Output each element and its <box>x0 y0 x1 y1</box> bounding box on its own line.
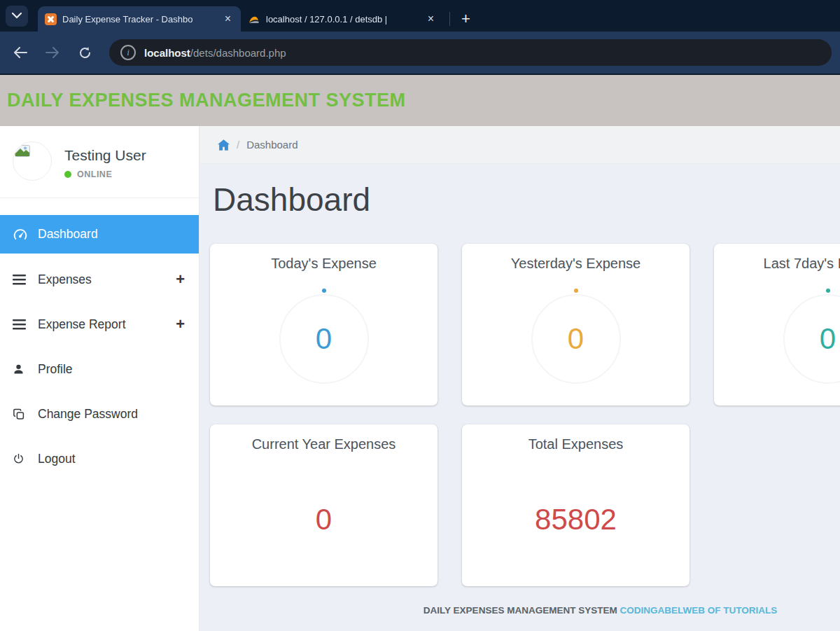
url-host: localhost <box>144 47 190 59</box>
breadcrumb-current: Dashboard <box>246 139 298 151</box>
card-value: 0 <box>462 322 690 356</box>
tab-search-button[interactable] <box>6 6 28 27</box>
main-content: / Dashboard Dashboard Today's Expense 0 … <box>200 126 840 631</box>
back-arrow-icon <box>13 47 27 58</box>
footer-link[interactable]: CODINGABELWEB OF TUTORIALS <box>620 605 777 616</box>
copy-icon <box>13 408 31 421</box>
card-yesterdays-expense: Yesterday's Expense 0 <box>462 244 690 405</box>
card-title: Last 7day's Expense <box>714 244 840 272</box>
tab-close-icon[interactable]: × <box>222 13 234 25</box>
user-status: ONLINE <box>64 169 146 179</box>
forward-arrow-icon <box>46 47 59 58</box>
app-title: DAILY EXPENSES MANAGEMENT SYSTEM <box>7 90 406 111</box>
user-name: Testing User <box>64 147 146 164</box>
sidebar-item-label: Logout <box>38 452 185 466</box>
sidebar-item-profile[interactable]: Profile <box>0 353 199 385</box>
gauge-dot-icon <box>322 289 326 293</box>
user-icon <box>13 363 31 375</box>
card-last-7days-expense: Last 7day's Expense 0 <box>714 244 840 405</box>
sidebar-item-change-password[interactable]: Change Password <box>0 398 199 430</box>
xampp-favicon-icon <box>45 13 57 25</box>
avatar <box>13 141 52 181</box>
user-panel: Testing User ONLINE <box>0 126 199 198</box>
new-tab-button[interactable]: + <box>456 10 476 28</box>
url-bar[interactable]: i localhost/dets/dashboard.php <box>109 39 832 66</box>
back-button[interactable] <box>8 41 32 64</box>
sidebar-item-expense-report[interactable]: Expense Report + <box>0 308 199 340</box>
chevron-down-icon <box>12 13 22 19</box>
expand-plus-icon[interactable]: + <box>176 270 185 289</box>
broken-image-icon <box>15 145 30 157</box>
cards-row-2: Current Year Expenses 0 Total Expenses 8… <box>210 424 840 586</box>
card-title: Current Year Expenses <box>210 424 438 452</box>
sidebar: Testing User ONLINE Dashboard Expenses <box>0 126 200 631</box>
page-footer: DAILY EXPENSES MANAGEMENT SYSTEM CODINGA… <box>210 605 840 616</box>
tab-divider <box>449 12 450 26</box>
card-total-expenses: Total Expenses 85802 <box>462 424 690 586</box>
expand-plus-icon[interactable]: + <box>176 315 185 333</box>
online-dot-icon <box>64 171 71 178</box>
browser-tab-dashboard[interactable]: Daily Expense Tracker - Dashbo × <box>38 6 241 32</box>
url-text: localhost/dets/dashboard.php <box>144 47 286 59</box>
browser-tab-bar: Daily Expense Tracker - Dashbo × localho… <box>0 0 840 32</box>
gauge-dot-icon <box>574 289 578 293</box>
home-icon[interactable] <box>218 139 230 151</box>
card-current-year-expenses: Current Year Expenses 0 <box>210 424 438 586</box>
site-info-icon[interactable]: i <box>120 45 136 60</box>
sidebar-item-label: Dashboard <box>38 227 185 242</box>
footer-text: DAILY EXPENSES MANAGEMENT SYSTEM <box>424 605 620 616</box>
app-header: DAILY EXPENSES MANAGEMENT SYSTEM <box>0 74 840 126</box>
card-title: Total Expenses <box>462 424 690 452</box>
sidebar-item-label: Expenses <box>38 272 176 287</box>
breadcrumb-separator: / <box>237 139 239 151</box>
bars-icon <box>13 319 31 330</box>
reload-icon <box>78 46 92 60</box>
reload-button[interactable] <box>73 41 97 64</box>
breadcrumb: / Dashboard <box>200 126 840 164</box>
sidebar-item-label: Change Password <box>38 407 185 422</box>
sidebar-item-logout[interactable]: Logout <box>0 443 199 475</box>
card-value: 0 <box>210 503 438 536</box>
browser-tab-phpmyadmin[interactable]: localhost / 127.0.0.1 / detsdb | × <box>241 6 444 32</box>
tachometer-icon <box>13 228 31 241</box>
card-value: 0 <box>714 322 840 356</box>
sidebar-item-label: Expense Report <box>38 317 176 332</box>
card-todays-expense: Today's Expense 0 <box>210 244 438 405</box>
power-icon <box>13 452 31 465</box>
page-title: Dashboard <box>213 181 840 219</box>
gauge-dot-icon <box>826 289 830 293</box>
user-status-label: ONLINE <box>77 169 112 179</box>
url-path: /dets/dashboard.php <box>190 47 286 59</box>
bars-icon <box>13 275 31 285</box>
forward-button[interactable] <box>41 41 64 64</box>
sidebar-item-label: Profile <box>38 362 185 377</box>
tab-close-icon[interactable]: × <box>425 13 437 25</box>
sidebar-item-expenses[interactable]: Expenses + <box>0 263 199 296</box>
card-title: Yesterday's Expense <box>462 244 690 272</box>
card-title: Today's Expense <box>210 244 438 272</box>
card-value: 85802 <box>462 503 690 536</box>
cards-row-1: Today's Expense 0 Yesterday's Expense 0 … <box>210 244 840 405</box>
tab-title: localhost / 127.0.0.1 / detsdb | <box>266 14 419 25</box>
card-value: 0 <box>210 322 438 356</box>
browser-address-bar: i localhost/dets/dashboard.php <box>0 32 840 74</box>
sidebar-nav: Dashboard Expenses + Expense Report + <box>0 198 199 475</box>
sidebar-item-dashboard[interactable]: Dashboard <box>0 215 199 254</box>
tab-title: Daily Expense Tracker - Dashbo <box>62 14 216 25</box>
phpmyadmin-favicon-icon <box>248 14 260 25</box>
